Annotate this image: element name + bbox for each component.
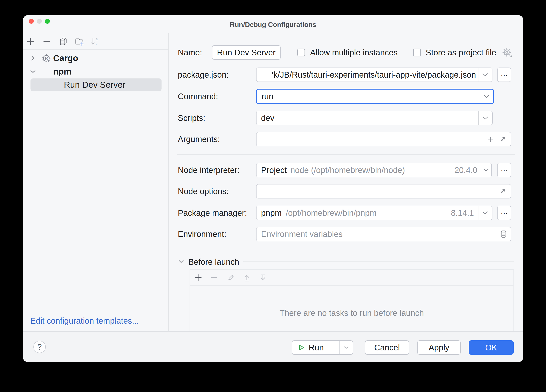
package-json-label: package.json: [178, 68, 229, 82]
window-title: Run/Debug Configurations [23, 15, 523, 34]
remove-icon [210, 273, 218, 282]
before-launch-divider [243, 261, 514, 262]
environment-label: Environment: [178, 227, 227, 241]
configurations-sidebar: a z R Cargo npm Run Dev Server Edit con [23, 33, 169, 331]
package-json-combobox[interactable]: ’k/JB/Rust/tauri-experiments/tauri-app-v… [256, 68, 492, 82]
name-label: Name: [178, 45, 202, 60]
package-manager-browse-button[interactable]: ... [497, 206, 511, 220]
tree-item-label: Run Dev Server [64, 78, 125, 91]
remove-configuration-button[interactable] [42, 37, 51, 46]
environment-input[interactable]: Environment variables [256, 227, 511, 241]
command-label: Command: [178, 89, 218, 104]
run-debug-configurations-dialog: Run/Debug Configurations [23, 15, 523, 362]
add-task-button[interactable] [194, 273, 203, 282]
configuration-form: Name: Run Dev Server Allow multiple inst… [169, 33, 523, 331]
scripts-combobox[interactable]: dev [256, 111, 493, 125]
titlebar: Run/Debug Configurations [23, 15, 523, 33]
sidebar-item-run-dev-server[interactable]: Run Dev Server [23, 78, 169, 91]
copy-configuration-button[interactable] [59, 37, 68, 46]
copy-icon [59, 37, 68, 46]
edit-task-button[interactable] [226, 273, 235, 282]
add-configuration-button[interactable] [26, 37, 35, 46]
move-task-up-button[interactable] [242, 273, 251, 282]
tree-item-label: npm [53, 65, 72, 78]
edit-icon [227, 273, 235, 282]
run-options-dropdown-button[interactable] [339, 341, 353, 354]
store-as-project-file-checkbox[interactable] [413, 49, 421, 57]
before-launch-toolbar [190, 270, 514, 286]
before-launch-empty-text: There are no tasks to run before launch [190, 308, 514, 318]
chevron-down-icon [482, 73, 488, 76]
chevron-down-icon [482, 116, 488, 120]
cancel-button[interactable]: Cancel [365, 340, 409, 355]
command-dropdown-button[interactable] [480, 89, 493, 103]
run-button-label: Run [309, 343, 324, 352]
node-version: 20.4.0 [455, 165, 481, 175]
chevron-down-icon[interactable] [30, 70, 36, 74]
add-icon [26, 37, 35, 46]
chevron-down-icon [482, 211, 488, 215]
remove-task-button[interactable] [210, 273, 219, 282]
name-input[interactable]: Run Dev Server [212, 45, 281, 60]
move-up-icon [243, 273, 251, 282]
sidebar-item-cargo[interactable]: R Cargo [23, 52, 169, 65]
chevron-down-icon [483, 168, 489, 172]
store-as-project-file-label: Store as project file [426, 45, 496, 60]
before-launch-collapse-chevron-icon[interactable] [178, 259, 184, 264]
svg-text:a: a [96, 37, 98, 41]
sort-configurations-button[interactable]: a z [91, 37, 99, 46]
new-folder-button[interactable] [75, 37, 84, 46]
package-manager-combobox[interactable]: pnpm /opt/homebrew/bin/pnpm 8.14.1 [256, 206, 492, 220]
add-icon [194, 273, 202, 282]
node-interpreter-combobox[interactable]: Project node (/opt/homebrew/bin/node) 20… [256, 163, 492, 177]
tree-item-label: Cargo [53, 52, 78, 65]
play-icon [298, 344, 305, 351]
run-button[interactable]: Run [292, 340, 353, 355]
chevron-right-icon[interactable] [31, 55, 35, 61]
environment-variables-icon[interactable] [500, 230, 507, 238]
help-question-icon: ? [37, 343, 42, 351]
package-manager-version: 8.14.1 [451, 208, 478, 218]
node-options-input[interactable] [256, 184, 511, 198]
arguments-label: Arguments: [178, 132, 220, 146]
before-launch-panel: There are no tasks to run before launch [189, 269, 514, 331]
remove-icon [42, 37, 51, 46]
node-interpreter-browse-button[interactable]: ... [497, 163, 511, 177]
svg-text:R: R [45, 56, 48, 61]
node-interpreter-dropdown-button[interactable] [481, 163, 491, 177]
node-interpreter-label: Node interpreter: [178, 163, 240, 177]
package-manager-dropdown-button[interactable] [478, 206, 492, 220]
move-task-down-button[interactable] [258, 273, 267, 282]
package-json-dropdown-button[interactable] [478, 68, 492, 82]
edit-configuration-templates-link[interactable]: Edit configuration templates... [30, 316, 139, 326]
section-divider [177, 154, 515, 155]
add-icon[interactable] [487, 136, 494, 143]
scripts-dropdown-button[interactable] [478, 111, 492, 125]
chevron-down-icon [344, 346, 349, 349]
arguments-input[interactable] [256, 132, 511, 146]
package-manager-label: Package manager: [178, 206, 247, 220]
sidebar-item-npm[interactable]: npm [23, 65, 169, 78]
sort-alphabetically-icon: a z [91, 37, 99, 46]
scripts-label: Scripts: [178, 111, 205, 125]
command-combobox[interactable]: run [256, 89, 494, 104]
expand-icon[interactable] [499, 188, 506, 195]
allow-multiple-instances-label: Allow multiple instances [310, 45, 398, 60]
chevron-down-icon [483, 95, 489, 98]
help-button[interactable]: ? [33, 341, 46, 353]
apply-button[interactable]: Apply [417, 340, 461, 355]
store-options-gear-button[interactable] [502, 47, 512, 58]
gear-icon [502, 47, 512, 58]
expand-icon[interactable] [499, 136, 506, 143]
ok-button[interactable]: OK [469, 340, 514, 355]
environment-placeholder: Environment variables [257, 230, 343, 239]
allow-multiple-instances-checkbox[interactable] [297, 49, 305, 57]
before-launch-title[interactable]: Before launch [188, 256, 239, 268]
move-down-icon [259, 273, 267, 282]
svg-text:z: z [96, 42, 98, 46]
sidebar-toolbar: a z [23, 33, 168, 50]
package-json-browse-button[interactable]: ... [497, 68, 511, 82]
cargo-icon: R [42, 54, 51, 63]
node-options-label: Node options: [178, 184, 229, 198]
new-folder-icon [75, 37, 84, 46]
